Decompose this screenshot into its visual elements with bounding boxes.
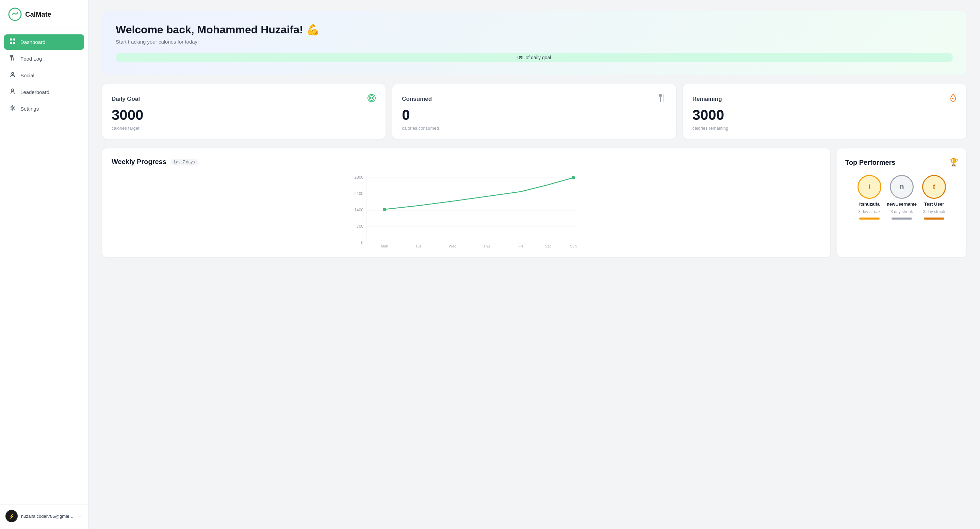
user-email: huzaifa.coder785@gmail.com	[21, 514, 74, 519]
welcome-banner: Welcome back, Mohammed Huzaifa! 💪 Start …	[102, 11, 966, 75]
performers-header: Top Performers 🏆	[845, 158, 958, 167]
sidebar-item-food-log-label: Food Log	[21, 56, 42, 62]
stats-row: Daily Goal 3000 calories target Consumed	[102, 84, 966, 139]
daily-goal-header: Daily Goal	[111, 94, 376, 105]
sidebar-item-leaderboard[interactable]: Leaderboard	[4, 84, 84, 100]
svg-text:Sat: Sat	[545, 244, 551, 247]
consumed-title: Consumed	[402, 96, 432, 102]
chart-title: Weekly Progress	[111, 158, 166, 166]
sidebar-item-dashboard[interactable]: Dashboard	[4, 34, 84, 50]
remaining-card: Remaining 3000 calories remaining	[683, 84, 966, 139]
svg-point-12	[371, 97, 372, 99]
svg-text:Mon: Mon	[381, 244, 388, 247]
calmate-logo-icon	[8, 8, 22, 21]
social-icon	[9, 72, 16, 79]
welcome-subtitle: Start tracking your calories for today!	[116, 39, 953, 45]
sidebar-item-leaderboard-label: Leaderboard	[21, 89, 49, 95]
remaining-sub: calories remaining	[692, 126, 957, 131]
performer-bronze-avatar: t	[922, 175, 946, 199]
weekly-progress-card: Weekly Progress Last 7 days 2800 2100 14…	[102, 148, 830, 257]
leaderboard-icon	[9, 88, 16, 96]
svg-text:Sun: Sun	[570, 244, 577, 247]
performer-bronze-streak: 3 day streak	[923, 209, 945, 214]
svg-point-27	[572, 176, 575, 179]
app-name: CalMate	[25, 11, 51, 18]
sidebar-item-social[interactable]: Social	[4, 68, 84, 83]
sidebar-item-food-log[interactable]: Food Log	[4, 51, 84, 66]
performer-bronze-name: Test User	[924, 202, 944, 207]
user-avatar: ⚡	[5, 510, 18, 522]
performers-list: i itshuzaifa 3 day streak n newUsername …	[845, 175, 958, 220]
performer-silver-avatar: n	[890, 175, 914, 199]
performer-silver-name: newUsername	[887, 202, 917, 207]
svg-point-8	[11, 89, 14, 91]
sidebar-item-social-label: Social	[21, 73, 34, 78]
svg-text:2100: 2100	[354, 191, 363, 196]
remaining-value: 3000	[692, 107, 957, 123]
consumed-sub: calories consumed	[402, 126, 666, 131]
performer-bronze: t Test User 3 day streak	[922, 175, 946, 220]
food-log-icon	[9, 55, 16, 63]
progress-bar: 0% of daily goal	[116, 53, 953, 62]
daily-goal-card: Daily Goal 3000 calories target	[102, 84, 385, 139]
svg-point-9	[12, 107, 14, 109]
performer-gold: i itshuzaifa 3 day streak	[858, 175, 881, 220]
svg-text:Wed: Wed	[449, 244, 456, 247]
svg-point-7	[11, 73, 14, 75]
sidebar-item-dashboard-label: Dashboard	[21, 39, 45, 45]
svg-point-28	[383, 208, 386, 211]
performer-gold-name: itshuzaifa	[859, 202, 880, 207]
daily-goal-icon	[367, 94, 376, 105]
svg-text:1400: 1400	[354, 208, 363, 212]
performer-silver: n newUsername 3 day streak	[887, 175, 917, 220]
consumed-card: Consumed 0 calories consumed	[392, 84, 676, 139]
svg-text:Fri: Fri	[519, 244, 523, 247]
consumed-value: 0	[402, 107, 666, 123]
daily-goal-sub: calories target	[111, 126, 376, 131]
daily-goal-value: 3000	[111, 107, 376, 123]
sidebar: CalMate Dashboard Food Log Social Leader…	[0, 0, 89, 529]
svg-point-1	[17, 12, 18, 14]
main-content: Welcome back, Mohammed Huzaifa! 💪 Start …	[89, 0, 980, 529]
sidebar-item-settings-label: Settings	[21, 106, 39, 112]
top-performers-card: Top Performers 🏆 i itshuzaifa 3 day stre…	[837, 148, 966, 257]
svg-text:Thu: Thu	[484, 244, 490, 247]
performer-gold-streak: 3 day streak	[858, 209, 880, 214]
svg-point-11	[369, 96, 374, 100]
sidebar-footer: ⚡ huzaifa.coder785@gmail.com →	[0, 504, 88, 529]
logout-icon[interactable]: →	[77, 513, 83, 519]
svg-rect-2	[10, 38, 12, 40]
performer-silver-bar	[891, 218, 912, 220]
dashboard-icon	[9, 38, 16, 46]
chart-badge: Last 7 days	[170, 159, 198, 166]
svg-rect-4	[10, 42, 12, 44]
logo-area: CalMate	[0, 0, 88, 29]
svg-text:0: 0	[361, 240, 363, 245]
consumed-icon	[658, 94, 667, 105]
svg-text:Tue: Tue	[415, 244, 422, 247]
consumed-header: Consumed	[402, 94, 666, 105]
settings-icon	[9, 105, 16, 113]
performer-gold-bar	[859, 218, 880, 220]
sidebar-item-settings[interactable]: Settings	[4, 101, 84, 116]
remaining-icon	[950, 94, 957, 105]
bottom-row: Weekly Progress Last 7 days 2800 2100 14…	[102, 148, 966, 257]
svg-rect-5	[13, 42, 15, 44]
svg-text:700: 700	[356, 224, 363, 229]
svg-text:2800: 2800	[354, 175, 363, 180]
performers-title: Top Performers	[845, 159, 895, 166]
progress-bar-label: 0% of daily goal	[517, 55, 551, 60]
trophy-icon: 🏆	[949, 158, 958, 167]
remaining-header: Remaining	[692, 94, 957, 105]
remaining-title: Remaining	[692, 96, 722, 102]
chart-header: Weekly Progress Last 7 days	[111, 158, 821, 166]
welcome-title: Welcome back, Mohammed Huzaifa! 💪	[116, 23, 953, 36]
svg-point-0	[9, 8, 21, 21]
daily-goal-title: Daily Goal	[111, 96, 140, 102]
sidebar-nav: Dashboard Food Log Social Leaderboard Se…	[0, 29, 88, 504]
performer-silver-streak: 3 day streak	[891, 209, 913, 214]
weekly-chart-svg: 2800 2100 1400 700 0	[111, 172, 821, 247]
performer-gold-avatar: i	[858, 175, 881, 199]
performer-bronze-bar	[924, 218, 944, 220]
svg-rect-3	[13, 38, 15, 40]
